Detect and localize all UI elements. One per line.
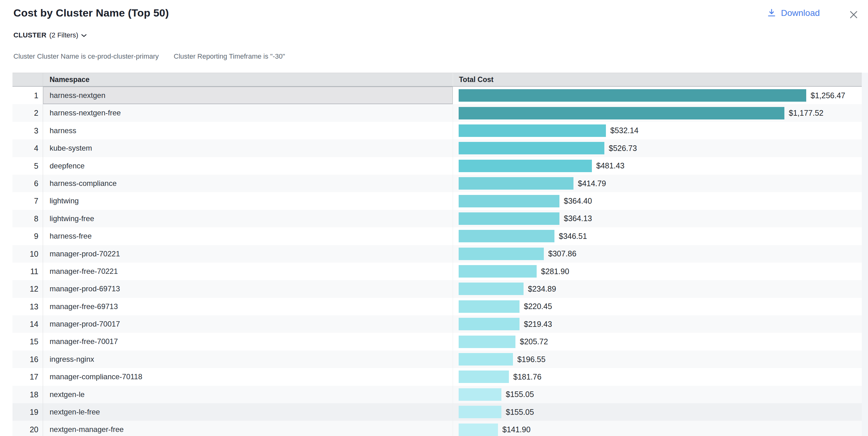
row-rank: 1 [12,87,43,104]
download-button[interactable]: Download [767,8,820,18]
table-row[interactable]: 8lightwing-free$364.13 [12,210,862,227]
namespace-cell[interactable]: manager-free-70017 [43,333,453,350]
namespace-cell[interactable]: lightwing-free [43,210,453,227]
total-cost-cell: $219.43 [453,315,862,333]
table-body: 1harness-nextgen$1,256.472harness-nextge… [12,87,862,436]
total-cost-cell: $532.14 [453,122,862,139]
namespace-cell[interactable]: harness-free [43,227,453,245]
table-row[interactable]: 20nextgen-manager-free$141.90 [12,421,862,436]
row-rank: 8 [12,210,43,227]
row-rank: 10 [12,245,43,262]
row-rank: 11 [12,262,43,280]
total-cost-cell: $481.43 [453,157,862,175]
cost-value-label: $181.76 [513,372,541,381]
applied-filter-cluster-name: Cluster Cluster Name is ce-prod-cluster-… [13,53,159,61]
table-row[interactable]: 15manager-free-70017$205.72 [12,333,862,350]
cost-bar [459,195,559,208]
cost-bar [459,212,559,225]
cost-bar [459,283,524,295]
total-cost-cell: $1,256.47 [453,87,862,104]
table-row[interactable]: 3harness$532.14 [12,122,862,139]
table-row[interactable]: 10manager-prod-70221$307.86 [12,245,862,262]
cluster-section-label: CLUSTER [13,31,46,39]
row-rank: 12 [12,280,43,298]
cost-bar [459,124,606,137]
close-button[interactable] [847,9,860,21]
cost-bar [459,406,501,418]
chevron-down-icon [81,31,87,39]
namespace-cell[interactable]: manager-free-69713 [43,298,453,315]
row-rank: 19 [12,403,43,421]
namespace-cell[interactable]: deepfence [43,157,453,175]
namespace-cell[interactable]: harness-compliance [43,175,453,192]
cost-bar [459,300,520,313]
total-cost-cell: $526.73 [453,139,862,157]
row-rank: 18 [12,386,43,403]
table-row[interactable]: 17manager-compliance-70118$181.76 [12,368,862,385]
cost-value-label: $364.13 [564,214,592,223]
table-row[interactable]: 1harness-nextgen$1,256.47 [12,87,862,104]
table-row[interactable]: 13manager-free-69713$220.45 [12,298,862,315]
total-cost-cell: $155.05 [453,386,862,403]
namespace-cell[interactable]: manager-prod-70017 [43,315,453,333]
cost-value-label: $234.89 [528,284,556,293]
cost-bar [459,142,604,154]
namespace-cell[interactable]: harness-nextgen-free [43,104,453,122]
total-cost-cell: $205.72 [453,333,862,350]
namespace-cell[interactable]: harness [43,122,453,139]
namespace-cell[interactable]: ingress-nginx [43,350,453,368]
cost-value-label: $526.73 [609,144,637,153]
table-row[interactable]: 6harness-compliance$414.79 [12,175,862,192]
table-row[interactable]: 9harness-free$346.51 [12,227,862,245]
cost-bar [459,265,537,278]
table-row[interactable]: 14manager-prod-70017$219.43 [12,315,862,333]
namespace-cell[interactable]: manager-prod-69713 [43,280,453,298]
table-row[interactable]: 7lightwing$364.40 [12,192,862,210]
download-icon [767,8,776,18]
namespace-cell[interactable]: nextgen-le [43,386,453,403]
close-icon [848,16,859,21]
cost-value-label: $346.51 [559,232,587,241]
row-rank: 2 [12,104,43,122]
download-label: Download [781,8,820,18]
table-row[interactable]: 4kube-system$526.73 [12,139,862,157]
table-row[interactable]: 18nextgen-le$155.05 [12,386,862,403]
table-row[interactable]: 5deepfence$481.43 [12,157,862,175]
namespace-cell[interactable]: manager-compliance-70118 [43,368,453,385]
cost-value-label: $155.05 [506,408,534,417]
table-row[interactable]: 16ingress-nginx$196.55 [12,350,862,368]
row-rank: 14 [12,315,43,333]
cost-value-label: $532.14 [610,126,638,135]
total-cost-cell: $1,177.52 [453,104,862,122]
namespace-cell[interactable]: manager-prod-70221 [43,245,453,262]
row-rank: 9 [12,227,43,245]
column-header-rank [12,73,43,86]
cost-value-label: $219.43 [524,320,552,329]
namespace-cell[interactable]: nextgen-le-free [43,403,453,421]
cluster-filter-toggle[interactable]: CLUSTER (2 Filters) [13,31,87,39]
cost-value-label: $414.79 [578,179,606,188]
cost-bar [459,424,498,436]
cost-value-label: $481.43 [596,161,624,170]
cost-value-label: $141.90 [502,425,530,434]
table-row[interactable]: 2harness-nextgen-free$1,177.52 [12,104,862,122]
cost-bar [459,107,784,120]
cost-bar [459,177,574,190]
table-row[interactable]: 11manager-free-70221$281.90 [12,262,862,280]
row-rank: 4 [12,139,43,157]
table-row[interactable]: 12manager-prod-69713$234.89 [12,280,862,298]
cost-by-cluster-modal: Cost by Cluster Name (Top 50) Download C… [0,0,868,436]
namespace-cell[interactable]: nextgen-manager-free [43,421,453,436]
total-cost-cell: $346.51 [453,227,862,245]
scroll-gutter[interactable] [862,73,868,436]
namespace-cell[interactable]: lightwing [43,192,453,210]
total-cost-cell: $196.55 [453,350,862,368]
row-rank: 13 [12,298,43,315]
namespace-cell[interactable]: manager-free-70221 [43,262,453,280]
table-row[interactable]: 19nextgen-le-free$155.05 [12,403,862,421]
namespace-cell[interactable]: kube-system [43,139,453,157]
column-header-namespace[interactable]: Namespace [43,73,453,86]
column-header-total-cost[interactable]: Total Cost [453,73,862,86]
namespace-cell[interactable]: harness-nextgen [43,87,453,104]
cost-bar [459,160,592,172]
